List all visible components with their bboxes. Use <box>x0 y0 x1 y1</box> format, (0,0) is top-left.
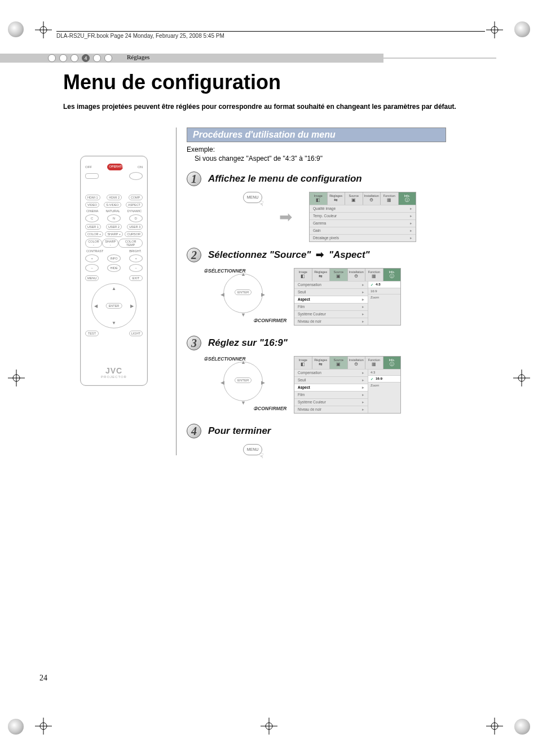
remote-menu-button: MENU <box>85 275 99 281</box>
osd-tab: Installation⚙ <box>348 357 366 369</box>
dpad-illustration: ①SÉLECTIONNER ENTER ▲ ▼ ◀ ▶ ②CONFIRMER <box>209 356 277 418</box>
osd-item: Film▸ <box>294 391 368 398</box>
remote-contrast-minus: − <box>85 264 99 272</box>
ribbon-label: Réglages <box>127 54 149 60</box>
remote-on-button <box>129 172 143 180</box>
annot-confirm-num: ② <box>253 318 258 323</box>
remote-natural-label: NATURAL <box>105 209 120 213</box>
remote-bright-label: BRIGHT. <box>129 249 142 253</box>
ribbon-step-dot <box>48 54 56 62</box>
ribbon-step-dot <box>59 54 67 62</box>
osd-item: Aspect▸ <box>294 296 368 303</box>
remote-colortemp-button: COLOR TEMP <box>118 239 143 248</box>
remote-dpad: ▲▼◀▶ ENTER <box>91 283 136 328</box>
annot-select: SÉLECTIONNER <box>208 268 246 274</box>
osd-subitem: 16:9 <box>368 288 400 294</box>
registration-mark <box>513 370 530 386</box>
annot-select-num: ① <box>204 268 208 274</box>
left-arrow-icon: ◀ <box>221 292 224 297</box>
osd-menu-step1: Image◧Réglages⇆Source▣Installation⚙Fonct… <box>309 192 416 242</box>
osd-item: Gain▸ <box>310 227 416 234</box>
remote-light-button: LIGHT <box>129 331 143 336</box>
enter-button-illustration: ENTER <box>235 377 252 383</box>
remote-svideo-button: S-VIDEO <box>104 202 121 208</box>
pdf-header-line: DLA-RS2U_FR.book Page 24 Monday, Februar… <box>56 31 485 39</box>
remote-c-button: C <box>85 214 99 222</box>
osd-item: Qualité image▸ <box>310 205 416 212</box>
step-4: 4 Pour terminer <box>187 424 469 438</box>
remote-on-label: ON <box>138 165 143 169</box>
remote-hdmi2-button: HDMI 2 <box>107 195 122 200</box>
cursor-hand-icon: ☟ <box>259 200 263 208</box>
remote-off-label: OFF <box>85 165 92 169</box>
remote-enter-button: ENTER <box>106 303 122 309</box>
osd-item: Niveau de noir▸ <box>294 318 368 325</box>
osd-tab: Source▣ <box>345 192 363 205</box>
osd-tab: Image◧ <box>294 357 312 369</box>
step-1: 1 Affichez le menu de configuration <box>187 172 469 186</box>
osd-tab: Fonction▦ <box>381 192 399 205</box>
osd-subitem: 4:3 <box>368 281 400 288</box>
remote-dynamic-label: DYNAMIC <box>127 209 142 213</box>
section-ribbon: 4 Réglages <box>0 54 383 63</box>
cursor-hand-icon: ☟ <box>259 452 263 460</box>
example-heading: Exemple: <box>187 146 469 153</box>
arrow-right-icon: ➡ <box>279 208 292 226</box>
osd-tab: Fonction▦ <box>365 269 383 281</box>
remote-hdmi1-button: HDMI 1 <box>85 195 100 200</box>
remote-sharpminus-button: SHARP - <box>102 239 118 248</box>
remote-hide-button: HIDE <box>107 264 121 272</box>
down-arrow-icon: ▼ <box>241 312 246 318</box>
osd-tabs: Image◧Réglages⇆Source▣Installation⚙Fonct… <box>310 192 416 205</box>
remote-aspect-button: ASPECT <box>126 202 143 208</box>
annot-select: SÉLECTIONNER <box>208 356 246 362</box>
registration-mark <box>35 21 52 38</box>
down-arrow-icon: ▼ <box>241 400 246 406</box>
intro-paragraph: Les images projetées peuvent être réglée… <box>63 102 469 112</box>
osd-item: Film▸ <box>294 303 368 310</box>
annot-confirm-num: ② <box>253 406 258 411</box>
osd-item: Aspect▸ <box>294 384 368 391</box>
remote-d-button: D <box>129 214 143 222</box>
osd-item: Système Couleur▸ <box>294 398 368 406</box>
left-arrow-icon: ◀ <box>221 380 224 385</box>
remote-n-button: N <box>107 214 121 222</box>
page-number: 24 <box>39 674 47 683</box>
arrow-right-icon: ➡ <box>316 249 324 260</box>
registration-mark <box>486 718 503 735</box>
remote-sharpplus-button: SHARP + <box>105 231 123 237</box>
spiral-mark <box>514 719 530 735</box>
remote-operate-label: OPERATE <box>107 164 123 170</box>
spiral-mark <box>514 21 530 37</box>
osd-subitem: 4:3 <box>368 369 400 375</box>
ribbon-step-dot <box>70 54 78 62</box>
remote-bright-minus: − <box>129 264 143 272</box>
osd-item: Décalage pixels▸ <box>310 234 416 241</box>
up-arrow-icon: ▲ <box>241 359 246 365</box>
registration-mark <box>35 718 52 735</box>
step-title: Pour terminer <box>208 425 271 437</box>
ribbon-line <box>383 58 496 59</box>
osd-tab: Fonction▦ <box>365 357 383 369</box>
enter-button-illustration: ENTER <box>235 289 252 295</box>
step-2: 2 Sélectionnez "Source" ➡ "Aspect" <box>187 248 469 262</box>
osd-item: Compensation▸ <box>294 281 368 288</box>
remote-off-button <box>85 173 99 179</box>
osd-menu-step3: Image◧Réglages⇆Source▣Installation⚙Fonct… <box>294 356 401 414</box>
osd-subitem: 16:9 <box>368 375 400 382</box>
remote-cinema-label: CINEMA <box>86 209 98 213</box>
osd-tabs: Image◧Réglages⇆Source▣Installation⚙Fonct… <box>294 269 400 281</box>
osd-tab: Source▣ <box>330 357 348 369</box>
remote-brand-logo: JVC <box>85 366 143 375</box>
remote-video-button: VIDEO <box>85 202 99 208</box>
remote-control-diagram: OFF OPERATE ON HDMI 1 HDMI 2 COMP. VIDEO <box>80 156 148 386</box>
step-number: 2 <box>187 248 201 262</box>
remote-user2-button: USER 2 <box>106 224 122 230</box>
dpad-illustration: ①SÉLECTIONNER ENTER ▲ ▼ ◀ ▶ ②CONFIRMER <box>209 268 277 330</box>
example-text: Si vous changez "Aspect" de "4:3" à "16:… <box>195 155 469 162</box>
remote-exit-button: EXIT <box>129 275 143 281</box>
osd-menu-step2: Image◧Réglages⇆Source▣Installation⚙Fonct… <box>294 268 401 326</box>
osd-item: Niveau de noir▸ <box>294 406 368 413</box>
osd-item: Seuil▸ <box>294 288 368 296</box>
osd-item: Gamma▸ <box>310 219 416 227</box>
